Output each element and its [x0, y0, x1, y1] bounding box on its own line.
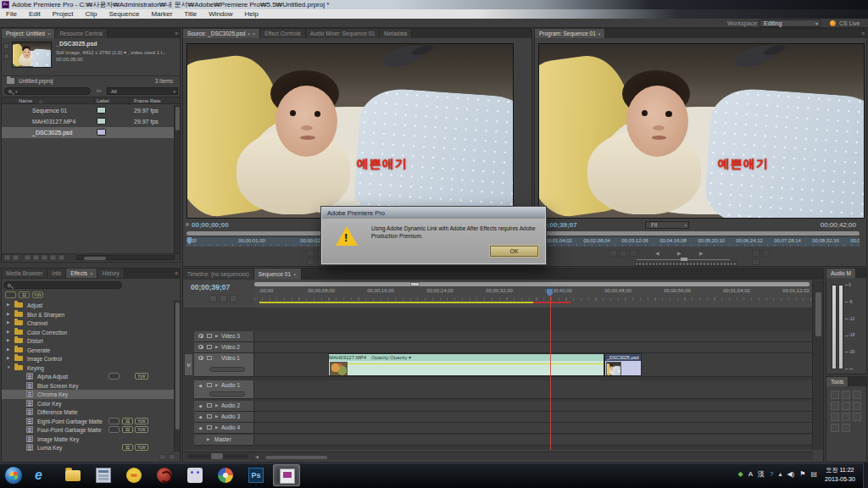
effect-row[interactable]: ▶ Image Control 32 YUV — [2, 354, 175, 363]
effect-row[interactable]: Blue Screen Key 32 YUV — [2, 381, 175, 391]
expand-arrow-icon[interactable]: ▶ — [7, 338, 9, 342]
taskbar-premiere-active[interactable] — [273, 464, 300, 486]
lift-button[interactable] — [752, 250, 760, 257]
tab-effects[interactable]: Effects× — [66, 269, 97, 278]
new-custom-bin-button[interactable] — [159, 454, 166, 460]
collapse-track-icon[interactable]: ▶ — [215, 403, 218, 408]
track-header-audio2[interactable]: ◀ ▶ Audio 2 — [194, 401, 254, 412]
razor-tool[interactable] — [853, 402, 861, 410]
mark-in-button[interactable] — [609, 250, 617, 257]
timeline-ruler[interactable]: ;00;0000;00;08;0000;00;16;0000;00;24;000… — [254, 280, 813, 308]
expand-arrow-icon[interactable]: ▶ — [7, 356, 9, 360]
taskbar-explorer[interactable] — [59, 464, 86, 486]
taskbar-media-app[interactable] — [151, 464, 178, 486]
tab-project[interactable]: Project: Untitled× — [2, 29, 55, 38]
collapse-track-icon[interactable]: ▶ — [207, 437, 209, 441]
zoom-tool[interactable] — [842, 424, 850, 432]
opacity-rubber-band[interactable] — [329, 363, 604, 364]
tab-program[interactable]: Program: Sequence 01▾ — [535, 29, 605, 38]
source-current-timecode[interactable]: 00;00;00;00 — [192, 221, 229, 229]
snap-toggle-button[interactable] — [209, 295, 217, 302]
set-display-style-icon[interactable] — [207, 383, 212, 387]
effect-row[interactable]: ▶ Channel 32 YUV — [2, 319, 175, 328]
find-button[interactable] — [33, 255, 39, 260]
work-area-bar[interactable] — [254, 282, 810, 286]
slide-tool[interactable] — [842, 413, 850, 421]
effect-row[interactable]: ▼ Keying 32 YUV — [2, 363, 175, 373]
track-lane-video1[interactable]: MAH03127.MP4Opacity:Opacity ▾ _DSC3025.p… — [254, 353, 813, 377]
work-area-handle[interactable] — [410, 282, 420, 286]
go-to-in-button[interactable] — [307, 258, 314, 265]
panel-menu-icon[interactable]: ≡ — [861, 30, 865, 37]
project-column-headers[interactable]: Name △ Label Frame Rate — [2, 97, 180, 104]
taskbar-calculator[interactable] — [90, 464, 117, 486]
clip-mah03127[interactable]: MAH03127.MP4Opacity:Opacity ▾ — [328, 353, 604, 376]
accelerated-filter-icon[interactable] — [5, 291, 16, 298]
step-back-button[interactable]: ◀ — [655, 250, 659, 256]
set-display-style-icon[interactable] — [207, 425, 212, 430]
project-bin-row[interactable]: Untitled.prproj 3 Items — [2, 76, 180, 86]
tab-media-browser[interactable]: Media Browser — [2, 269, 47, 278]
bit32-filter-icon[interactable]: 32 — [19, 291, 30, 298]
green-status-tray-icon[interactable]: ◆ — [737, 469, 743, 480]
effect-row[interactable]: Image Matte Key 32 YUV — [2, 435, 175, 444]
timeline-tick-ruler[interactable]: ;00;0000;00;08;0000;00;16;0000;00;24;000… — [254, 287, 813, 301]
tab-source[interactable]: Source: _DSC3025.psd▾× — [183, 29, 260, 38]
ime-language-tray-icon[interactable]: A — [748, 469, 753, 480]
automate-to-sequence-button[interactable] — [25, 255, 31, 260]
playhead-line[interactable] — [550, 308, 551, 450]
delete-custom-item-button[interactable] — [169, 454, 175, 460]
clear-button[interactable] — [58, 255, 64, 260]
menu-item[interactable]: Sequence — [103, 9, 145, 19]
track-header-video2[interactable]: ▶ Video 2 — [194, 342, 254, 353]
jog-disk[interactable] — [635, 262, 737, 266]
taskbar-messenger[interactable] — [120, 464, 147, 486]
label-color-chip[interactable] — [97, 118, 106, 125]
set-display-style-icon[interactable] — [207, 403, 212, 408]
yuv-filter-icon[interactable]: YUV — [32, 291, 43, 298]
keyframe-controls[interactable] — [209, 367, 245, 372]
selection-tool[interactable] — [831, 391, 839, 399]
tab-tools[interactable]: Tools — [826, 377, 849, 386]
tab-effect-controls[interactable]: Effect Controls — [260, 29, 306, 38]
program-zoom-scrollbar[interactable] — [538, 231, 860, 236]
set-display-style-icon[interactable] — [207, 356, 212, 360]
expand-arrow-icon[interactable]: ▶ — [7, 347, 9, 352]
effect-row[interactable]: ▶ Adjust 32 YUV — [2, 301, 175, 310]
set-display-style-icon[interactable] — [207, 414, 212, 419]
column-name[interactable]: Name — [19, 98, 32, 103]
project-row[interactable]: MAH03127.MP4 29.97 fps — [2, 116, 175, 127]
marker-button[interactable] — [630, 250, 637, 257]
toggle-track-output-icon[interactable]: ◀ — [198, 425, 202, 430]
preview-play-button[interactable] — [3, 53, 9, 59]
effect-row[interactable]: ▶ Color Correction 32 YUV — [2, 328, 175, 337]
taskbar-clock[interactable]: 오전 11:22 2013-05-30 — [819, 465, 861, 484]
set-display-style-icon[interactable] — [207, 334, 212, 338]
taskbar-photoshop[interactable]: Ps — [242, 464, 270, 486]
column-frame-rate[interactable]: Frame Rate — [134, 98, 161, 103]
hidden-icons-tray-icon[interactable]: ▴ — [778, 469, 782, 480]
collapse-track-icon[interactable]: ▶ — [215, 425, 218, 430]
column-label[interactable]: Label — [97, 98, 109, 103]
effect-row[interactable]: Difference Matte 32 YUV — [2, 408, 175, 417]
action-center-tray-icon[interactable]: ⚑ — [799, 469, 805, 480]
effect-row[interactable]: Four-Point Garbage Matte 32 YUV — [2, 425, 175, 435]
expand-arrow-icon[interactable]: ▶ — [7, 312, 9, 316]
program-monitor-canvas[interactable]: 예쁜애기 — [538, 43, 865, 219]
keyframe-controls[interactable] — [209, 391, 245, 396]
help-tray-icon[interactable]: ? — [770, 469, 773, 480]
track-header-audio4[interactable]: ◀ ▶ Audio 4 — [194, 423, 254, 434]
toggle-track-output-icon[interactable]: ◀ — [198, 403, 202, 408]
drag-video-icon[interactable] — [186, 223, 189, 226]
track-lane-audio3[interactable] — [254, 412, 813, 423]
cs-live-button[interactable]: CS Live — [830, 19, 860, 27]
track-header-audio3[interactable]: ◀ ▶ Audio 3 — [194, 412, 254, 423]
close-icon[interactable]: × — [90, 271, 93, 276]
slip-tool[interactable] — [831, 413, 839, 421]
effect-row[interactable]: Alpha Adjust 32 YUV — [2, 372, 175, 381]
new-bin-button[interactable] — [42, 255, 47, 260]
ripple-edit-tool[interactable] — [853, 391, 861, 399]
project-row[interactable]: Sequence 01 29.97 fps — [2, 105, 175, 116]
filter-in-dropdown[interactable]: All▾ — [107, 87, 178, 95]
rate-stretch-tool[interactable] — [842, 402, 850, 410]
